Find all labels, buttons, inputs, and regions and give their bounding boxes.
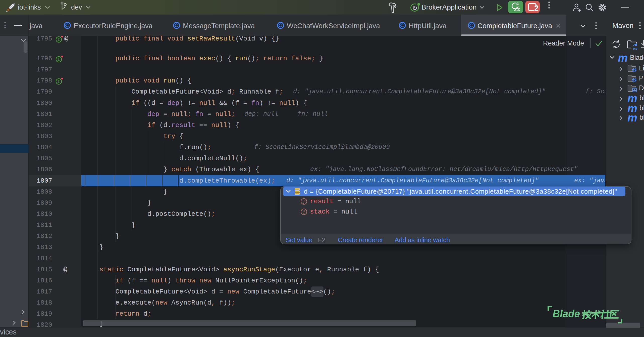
svg-text:f: f	[303, 199, 305, 204]
svg-text:f: f	[303, 209, 305, 214]
